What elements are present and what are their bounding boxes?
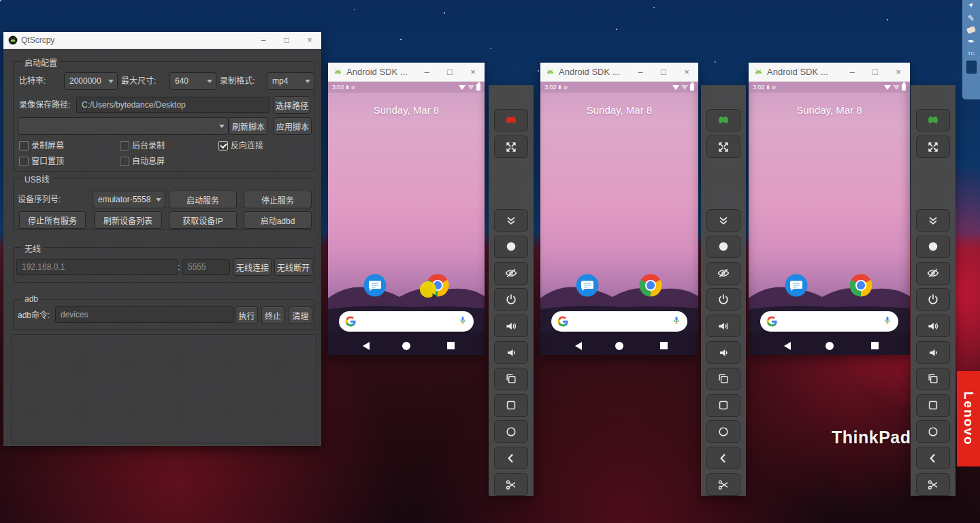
- google-search-bar[interactable]: [760, 311, 899, 332]
- stop-all-services-button[interactable]: 停止所有服务: [19, 211, 86, 229]
- wireless-connect-button[interactable]: 无线连接: [233, 258, 272, 276]
- mic-icon[interactable]: [672, 315, 681, 328]
- adb-command-input[interactable]: devices: [55, 306, 233, 323]
- apply-script-button[interactable]: 应用脚本: [274, 117, 312, 135]
- screen-off-icon[interactable]: [706, 262, 740, 285]
- touch-icon[interactable]: [916, 236, 950, 258]
- home-circle-icon[interactable]: [916, 420, 950, 443]
- start-service-button[interactable]: 启动服务: [169, 191, 237, 208]
- maximize-button[interactable]: □: [275, 35, 298, 45]
- serial-combo[interactable]: emulator-5558: [93, 191, 165, 208]
- power-icon[interactable]: [916, 288, 950, 311]
- back-icon[interactable]: [916, 447, 950, 469]
- adb-output-area[interactable]: [12, 334, 316, 443]
- screen-rect-icon[interactable]: [966, 61, 977, 74]
- pencil-icon[interactable]: ✎: [968, 14, 975, 23]
- fullscreen-icon[interactable]: [494, 136, 528, 158]
- minimize-button[interactable]: –: [840, 67, 864, 77]
- eraser-icon[interactable]: [966, 26, 976, 34]
- gamepad-icon[interactable]: [706, 109, 740, 131]
- back-nav-icon[interactable]: [575, 342, 582, 350]
- cursor-icon[interactable]: ➤: [966, 0, 976, 10]
- max-size-combo[interactable]: 640: [169, 72, 216, 90]
- touch-icon[interactable]: [494, 236, 528, 258]
- phone-screen[interactable]: 3:02 ▮ ⊘ Sunday, Mar 8: [749, 82, 910, 355]
- mic-icon[interactable]: [458, 315, 468, 328]
- wireless-ip-input[interactable]: 192.168.0.1: [16, 259, 178, 275]
- screen-off-icon[interactable]: [494, 262, 528, 285]
- back-icon[interactable]: [494, 447, 528, 469]
- volume-down-icon[interactable]: [494, 341, 528, 364]
- mic-icon[interactable]: [883, 315, 892, 328]
- square-button-icon[interactable]: [494, 394, 528, 417]
- chrome-app-icon[interactable]: [638, 273, 663, 298]
- wireless-disconnect-button[interactable]: 无线断开: [274, 258, 312, 276]
- volume-down-icon[interactable]: [706, 341, 740, 364]
- maximize-button[interactable]: □: [438, 67, 461, 77]
- auto-screen-off-checkbox[interactable]: [120, 157, 129, 166]
- record-format-combo[interactable]: mp4: [267, 72, 314, 90]
- minimize-button[interactable]: –: [252, 35, 275, 45]
- close-button[interactable]: ×: [461, 67, 485, 77]
- square-button-icon[interactable]: [706, 394, 740, 417]
- home-circle-icon[interactable]: [706, 420, 740, 443]
- messages-app-icon[interactable]: [575, 273, 600, 298]
- choose-path-button[interactable]: 选择路径: [274, 96, 310, 114]
- home-circle-icon[interactable]: [494, 420, 528, 443]
- record-path-input[interactable]: C:/Users/bytedance/Desktop: [76, 97, 270, 113]
- fullscreen-icon[interactable]: [706, 136, 740, 158]
- home-nav-icon[interactable]: [826, 342, 834, 350]
- screenshot-icon[interactable]: [706, 473, 740, 496]
- adb-execute-button[interactable]: 执行: [235, 306, 258, 324]
- refresh-device-list-button[interactable]: 刷新设备列表: [94, 211, 162, 229]
- app-switch-icon[interactable]: [916, 368, 950, 390]
- recents-nav-icon[interactable]: [447, 342, 455, 349]
- fullscreen-icon[interactable]: [916, 136, 950, 158]
- power-icon[interactable]: [494, 288, 528, 311]
- back-icon[interactable]: [706, 447, 740, 469]
- app-switch-icon[interactable]: [494, 368, 528, 390]
- volume-up-icon[interactable]: [706, 315, 740, 337]
- emulator-titlebar[interactable]: Android SDK ... – □ ×: [540, 63, 698, 82]
- square-button-icon[interactable]: [916, 394, 950, 417]
- chrome-app-icon[interactable]: [849, 273, 873, 298]
- recents-nav-icon[interactable]: [871, 342, 879, 349]
- maximize-button[interactable]: □: [652, 67, 675, 77]
- recents-nav-icon[interactable]: [660, 342, 668, 349]
- script-combo[interactable]: [18, 117, 229, 135]
- touch-icon[interactable]: [706, 236, 740, 258]
- emulator-titlebar[interactable]: Android SDK ... – □ ×: [749, 63, 910, 82]
- emulator-titlebar[interactable]: Android SDK ... – □ ×: [328, 63, 485, 82]
- background-record-checkbox[interactable]: [120, 141, 129, 150]
- volume-down-icon[interactable]: [916, 341, 950, 364]
- reverse-connect-checkbox[interactable]: [218, 141, 228, 150]
- close-button[interactable]: ×: [298, 35, 321, 45]
- back-nav-icon[interactable]: [784, 342, 791, 350]
- screenshot-icon[interactable]: [494, 473, 528, 496]
- marker-icon[interactable]: ✒: [968, 37, 975, 46]
- minimize-button[interactable]: –: [629, 67, 652, 77]
- home-nav-icon[interactable]: [402, 342, 410, 350]
- messages-app-icon[interactable]: [784, 273, 808, 298]
- bitrate-combo[interactable]: 2000000: [64, 72, 118, 90]
- close-button[interactable]: ×: [887, 67, 910, 77]
- gamepad-icon[interactable]: [494, 109, 528, 131]
- maximize-button[interactable]: □: [864, 67, 887, 77]
- phone-screen[interactable]: 3:02 ▮ ⊘ Sunday, Mar 8: [328, 82, 485, 355]
- volume-up-icon[interactable]: [494, 315, 528, 337]
- refresh-script-button[interactable]: 刷新脚本: [229, 117, 268, 135]
- wireless-port-input[interactable]: 5555: [182, 259, 230, 275]
- start-adbd-button[interactable]: 启动adbd: [244, 211, 312, 229]
- adb-terminate-button[interactable]: 终止: [261, 306, 284, 324]
- messages-app-icon[interactable]: [363, 273, 387, 298]
- home-nav-icon[interactable]: [615, 342, 623, 350]
- phone-screen[interactable]: 3:02 ▮ ⊘ Sunday, Mar 8: [540, 82, 698, 355]
- back-nav-icon[interactable]: [363, 342, 370, 350]
- screen-off-icon[interactable]: [916, 262, 950, 285]
- volume-up-icon[interactable]: [916, 315, 950, 337]
- record-screen-checkbox[interactable]: [19, 141, 29, 150]
- google-search-bar[interactable]: [551, 311, 687, 332]
- close-button[interactable]: ×: [675, 67, 698, 77]
- adb-clear-button[interactable]: 清理: [289, 306, 312, 324]
- screenshot-icon[interactable]: [916, 473, 950, 496]
